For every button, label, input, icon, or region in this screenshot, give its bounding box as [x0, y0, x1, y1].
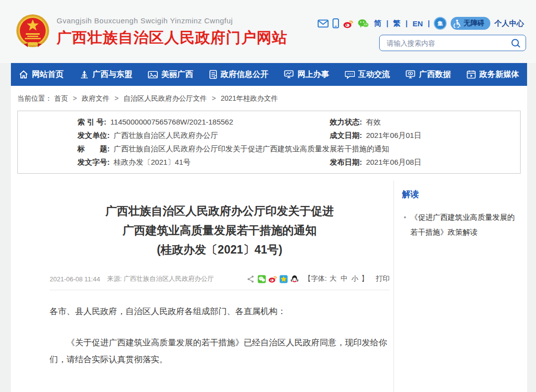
wechat-share-icon[interactable] — [258, 275, 266, 283]
validity-status-label: 效力状态: — [330, 115, 362, 129]
breadcrumb-prefix: 当前位置： — [17, 94, 52, 102]
zhuang-language-title: Gvangjsih Bouxcuengh Swcigih Yinzminz Cw… — [57, 16, 287, 25]
separator: | — [428, 19, 430, 27]
publish-datetime: 2021-06-08 11:44 — [50, 275, 100, 283]
breadcrumb-separator: > — [115, 94, 119, 102]
issuing-unit-label: 发文单位: — [77, 129, 110, 142]
lang-english[interactable]: EN — [412, 19, 423, 28]
wechat-icon[interactable] — [358, 19, 369, 28]
breadcrumb-gov-documents[interactable]: 政府文件 — [82, 94, 110, 102]
qq-share-icon[interactable] — [290, 275, 299, 283]
font-size-small[interactable]: 小 — [351, 274, 358, 282]
nav-item-gov-info-disclosure[interactable]: 政府信息公开 — [209, 69, 268, 80]
bullet-dot — [404, 216, 406, 218]
tower-icon — [79, 70, 89, 79]
article-title-line1: 广西壮族自治区人民政府办公厅印发关于促进 — [50, 201, 390, 221]
article-paragraph: 《关于促进广西建筑业高质量发展的若干措施》已经自治区人民政府同意，现印发给你们，… — [50, 334, 390, 368]
scenery-photo-icon — [148, 70, 158, 79]
sidebar-title: 解读 — [402, 189, 518, 200]
accessibility-label: 无障碍 — [464, 19, 484, 28]
nav-item-gov-new-media[interactable]: 政务新媒体 — [467, 69, 519, 80]
font-size-label-close: 】 — [361, 274, 368, 282]
site-title: 广西壮族自治区人民政府门户网站 — [57, 28, 287, 48]
nav-label: 广西数据 — [419, 69, 451, 80]
weibo-share-icon[interactable] — [268, 275, 277, 283]
breadcrumb-separator: > — [73, 94, 77, 102]
search-icon — [511, 38, 521, 48]
accessibility-button[interactable]: 无障碍 — [451, 17, 490, 30]
metadata-row: 发文字号: 桂政办发〔2021〕41号 发布日期: 2021年06月08日 — [18, 155, 520, 169]
nav-item-beautiful-guangxi[interactable]: 美丽广西 — [148, 69, 193, 80]
nav-label: 政务新媒体 — [479, 69, 519, 80]
lang-simplified[interactable]: 简 — [374, 19, 381, 28]
doc-title-label: 标 题: — [77, 142, 110, 155]
source-label: 来源: — [107, 275, 122, 282]
lang-traditional[interactable]: 繁 — [393, 19, 401, 28]
sidebar-interpretation-link[interactable]: 《促进广西建筑业高质量发展的若干措施》政策解读 — [402, 210, 518, 240]
breadcrumb: 当前位置： 首页 > 政府文件 > 自治区人民政府办公厅文件 > 2021年桂政… — [11, 86, 527, 110]
font-size-large[interactable]: 大 — [330, 274, 336, 282]
nav-label: 广西与东盟 — [93, 69, 133, 80]
media-calendar-icon — [467, 70, 476, 79]
personal-center-link[interactable]: 个人中心 — [494, 19, 524, 28]
separator: | — [405, 19, 407, 27]
mail-icon[interactable] — [318, 19, 329, 28]
breadcrumb-separator: > — [212, 94, 216, 102]
font-size-label-open: 【字体: — [304, 274, 327, 282]
nav-item-home[interactable]: 网站首页 — [19, 69, 64, 80]
index-number-value: 11450000007565768W/2021-185562 — [110, 115, 233, 129]
document-metadata-box: 索 引 号: 11450000007565768W/2021-185562 效力… — [17, 111, 521, 174]
sidebar-item-label: 《促进广西建筑业高质量发展的若干措施》政策解读 — [410, 210, 518, 240]
qzone-share-icon[interactable] — [279, 275, 288, 283]
nav-label: 网上办事 — [297, 69, 329, 80]
nav-item-online-services[interactable]: 网上办事 — [284, 69, 329, 80]
article-paragraph: 各市、县人民政府，自治区人民政府各组成部门、各直属机构： — [50, 303, 390, 320]
article-section: 广西壮族自治区人民政府办公厅印发关于促进 广西建筑业高质量发展若干措施的通知 (… — [11, 181, 527, 392]
nav-label: 网站首页 — [32, 69, 64, 80]
doc-number-label: 发文字号: — [77, 155, 110, 169]
header-utilities: 简 | 繁 | EN | 集 无障碍 个人中心 — [318, 17, 524, 30]
site-cluster-icon[interactable]: 集 — [434, 17, 447, 30]
issuing-unit-value: 广西壮族自治区人民政府办公厅 — [114, 129, 218, 142]
font-size-medium[interactable]: 中 — [340, 274, 347, 282]
written-date-value: 2021年06月01日 — [366, 129, 421, 142]
nav-label: 政府信息公开 — [221, 69, 268, 80]
index-number-label: 索 引 号: — [77, 115, 106, 129]
weibo-icon[interactable] — [343, 19, 354, 28]
breadcrumb-2021-documents[interactable]: 2021年桂政办文件 — [221, 94, 278, 102]
page-container: 网站首页 广西与东盟 美丽广西 政府信息公开 — [11, 63, 527, 392]
article-title: 广西壮族自治区人民政府办公厅印发关于促进 广西建筑业高质量发展若干措施的通知 (… — [50, 201, 390, 260]
search-button[interactable] — [506, 35, 526, 51]
search-input[interactable] — [380, 39, 506, 47]
validity-status-value: 有效 — [366, 115, 381, 129]
written-date-label: 成文日期: — [330, 129, 362, 142]
share-icon[interactable] — [247, 275, 255, 283]
mobile-icon[interactable] — [333, 18, 339, 28]
home-icon — [19, 70, 28, 79]
publish-date-value: 2021年06月08日 — [366, 155, 421, 169]
metadata-row: 索 引 号: 11450000007565768W/2021-185562 效力… — [18, 115, 520, 129]
font-size-control: 【字体: 大 中 小 】 — [304, 274, 368, 283]
nav-label: 互动交流 — [358, 69, 390, 80]
document-icon — [209, 70, 217, 79]
separator: | — [386, 19, 388, 27]
nav-item-guangxi-data[interactable]: 广西数据 — [405, 69, 451, 80]
nav-item-interaction[interactable]: 互动交流 — [345, 69, 390, 80]
national-emblem-logo — [15, 13, 51, 50]
wheelchair-icon — [454, 19, 461, 28]
divider — [50, 290, 390, 290]
main-navigation: 网站首页 广西与东盟 美丽广西 政府信息公开 — [11, 63, 527, 86]
site-header: Gvangjsih Bouxcuengh Swcigih Yinzminz Cw… — [0, 0, 536, 63]
doc-number-value: 桂政办发〔2021〕41号 — [114, 155, 191, 169]
computer-icon — [284, 70, 294, 79]
nav-label: 美丽广西 — [161, 69, 193, 80]
breadcrumb-office-documents[interactable]: 自治区人民政府办公厅文件 — [124, 94, 207, 102]
article-main: 广西壮族自治区人民政府办公厅印发关于促进 广西建筑业高质量发展若干措施的通知 (… — [11, 181, 394, 392]
site-title-block: Gvangjsih Bouxcuengh Swcigih Yinzminz Cw… — [57, 16, 287, 48]
publish-date-label: 发布日期: — [330, 155, 362, 169]
nav-item-guangxi-asean[interactable]: 广西与东盟 — [79, 69, 133, 80]
metadata-row: 标 题: 广西壮族自治区人民政府办公厅印发关于促进广西建筑业高质量发展若干措施的… — [18, 142, 520, 155]
breadcrumb-home[interactable]: 首页 — [54, 94, 68, 102]
print-button[interactable]: 打印 — [376, 274, 390, 283]
data-monitor-icon — [405, 70, 415, 79]
